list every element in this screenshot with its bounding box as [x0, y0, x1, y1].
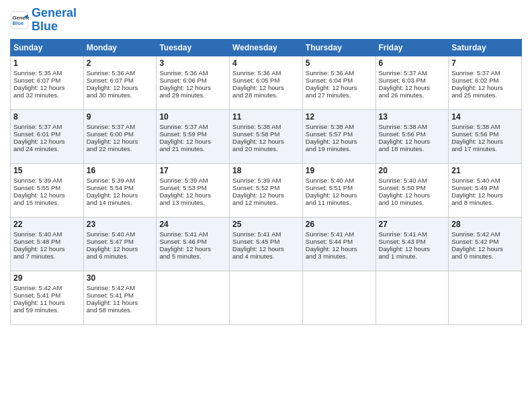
day-number: 11 — [232, 112, 300, 122]
day-info-line: and 6 minutes. — [87, 253, 154, 260]
day-info-line: Sunset: 5:54 PM — [87, 184, 154, 191]
day-info-line: Daylight: 12 hours — [232, 84, 300, 91]
day-number: 21 — [451, 166, 519, 175]
day-number: 28 — [451, 220, 519, 229]
calendar-cell — [230, 271, 303, 324]
day-info-line: and 1 minute. — [379, 253, 446, 260]
day-info-line: and 30 minutes. — [87, 91, 154, 99]
day-info-line: Daylight: 12 hours — [451, 138, 519, 145]
day-info-line: and 22 minutes. — [87, 145, 154, 152]
day-number: 9 — [87, 112, 154, 122]
day-info-line: and 21 minutes. — [159, 145, 226, 152]
calendar-cell — [449, 271, 522, 324]
day-info-line: Sunrise: 5:36 AM — [87, 69, 154, 77]
day-info-line: Daylight: 11 hours — [13, 299, 81, 306]
calendar-cell: 9Sunrise: 5:37 AMSunset: 6:00 PMDaylight… — [83, 109, 157, 163]
day-info-line: Daylight: 12 hours — [379, 191, 446, 199]
calendar-week-row: 29Sunrise: 5:42 AMSunset: 5:41 PMDayligh… — [11, 271, 522, 324]
day-info-line: and 8 minutes. — [451, 199, 519, 206]
day-info-line: and 19 minutes. — [306, 145, 373, 152]
calendar-cell: 29Sunrise: 5:42 AMSunset: 5:41 PMDayligh… — [11, 271, 84, 324]
day-info-line: Sunrise: 5:40 AM — [13, 230, 81, 238]
day-info-line: Daylight: 11 hours — [87, 299, 154, 306]
day-info-line: Daylight: 12 hours — [13, 191, 81, 199]
day-info-line: Sunrise: 5:37 AM — [451, 69, 519, 77]
day-info-line: and 14 minutes. — [87, 199, 154, 206]
day-info-line: Sunset: 5:57 PM — [306, 130, 373, 138]
day-info-line: Sunset: 5:46 PM — [159, 238, 226, 245]
day-info-line: Sunset: 6:07 PM — [87, 77, 154, 84]
calendar-table: SundayMondayTuesdayWednesdayThursdayFrid… — [10, 39, 522, 325]
day-info-line: Sunset: 5:52 PM — [232, 184, 300, 191]
day-number: 8 — [13, 112, 81, 122]
day-info-line: Sunset: 6:03 PM — [379, 77, 446, 84]
day-info-line: Daylight: 12 hours — [451, 191, 519, 199]
day-info-line: and 26 minutes. — [379, 91, 446, 99]
day-info-line: Daylight: 12 hours — [159, 138, 226, 145]
day-number: 7 — [451, 58, 519, 68]
day-info-line: Daylight: 12 hours — [159, 84, 226, 91]
day-info-line: and 24 minutes. — [13, 145, 81, 152]
day-info-line: Sunrise: 5:36 AM — [159, 69, 226, 77]
calendar-cell: 19Sunrise: 5:40 AMSunset: 5:51 PMDayligh… — [302, 163, 375, 217]
day-info-line: Daylight: 12 hours — [232, 138, 300, 145]
day-info-line: Sunset: 5:43 PM — [379, 238, 446, 245]
day-info-line: Sunrise: 5:38 AM — [451, 123, 519, 130]
day-info-line: Sunrise: 5:36 AM — [306, 69, 373, 77]
day-info-line: and 11 minutes. — [306, 199, 373, 206]
calendar-week-row: 1Sunrise: 5:35 AMSunset: 6:07 PMDaylight… — [11, 56, 522, 109]
header: General Blue GeneralBlue — [10, 7, 522, 34]
day-info-line: Sunrise: 5:37 AM — [87, 123, 154, 130]
day-info-line: Daylight: 12 hours — [306, 191, 373, 199]
day-number: 22 — [13, 220, 81, 229]
day-info-line: Daylight: 12 hours — [451, 84, 519, 91]
calendar-header-row: SundayMondayTuesdayWednesdayThursdayFrid… — [11, 39, 522, 56]
day-info-line: Sunrise: 5:38 AM — [379, 123, 446, 130]
day-number: 5 — [306, 58, 373, 68]
day-info-line: Sunset: 5:53 PM — [159, 184, 226, 191]
day-info-line: Sunrise: 5:42 AM — [13, 284, 81, 291]
day-number: 16 — [87, 166, 154, 175]
day-info-line: Daylight: 12 hours — [87, 138, 154, 145]
day-info-line: and 27 minutes. — [306, 91, 373, 99]
day-number: 26 — [306, 220, 373, 229]
calendar-cell: 27Sunrise: 5:41 AMSunset: 5:43 PMDayligh… — [375, 217, 449, 271]
day-info-line: Sunrise: 5:41 AM — [159, 230, 226, 238]
day-info-line: Sunset: 5:41 PM — [13, 291, 81, 299]
calendar-cell: 4Sunrise: 5:36 AMSunset: 6:05 PMDaylight… — [230, 56, 303, 109]
day-number: 13 — [379, 112, 446, 122]
day-info-line: Sunset: 5:41 PM — [87, 291, 154, 299]
day-info-line: and 29 minutes. — [159, 91, 226, 99]
day-info-line: Sunset: 5:49 PM — [451, 184, 519, 191]
weekday-header: Sunday — [11, 39, 84, 56]
weekday-header: Friday — [375, 39, 449, 56]
day-info-line: Daylight: 12 hours — [87, 245, 154, 253]
day-number: 4 — [232, 58, 300, 68]
calendar-cell: 24Sunrise: 5:41 AMSunset: 5:46 PMDayligh… — [157, 217, 230, 271]
day-info-line: Sunset: 5:47 PM — [87, 238, 154, 245]
calendar-cell: 16Sunrise: 5:39 AMSunset: 5:54 PMDayligh… — [83, 163, 157, 217]
calendar-cell: 2Sunrise: 5:36 AMSunset: 6:07 PMDaylight… — [83, 56, 157, 109]
calendar-cell: 1Sunrise: 5:35 AMSunset: 6:07 PMDaylight… — [11, 56, 84, 109]
day-info-line: Sunset: 6:04 PM — [306, 77, 373, 84]
calendar-week-row: 8Sunrise: 5:37 AMSunset: 6:01 PMDaylight… — [11, 109, 522, 163]
day-info-line: Daylight: 12 hours — [379, 138, 446, 145]
day-info-line: Daylight: 12 hours — [159, 245, 226, 253]
calendar-cell: 14Sunrise: 5:38 AMSunset: 5:56 PMDayligh… — [449, 109, 522, 163]
day-info-line: and 4 minutes. — [232, 253, 300, 260]
calendar-cell: 12Sunrise: 5:38 AMSunset: 5:57 PMDayligh… — [302, 109, 375, 163]
day-info-line: Sunrise: 5:40 AM — [451, 177, 519, 184]
calendar-cell: 3Sunrise: 5:36 AMSunset: 6:06 PMDaylight… — [157, 56, 230, 109]
day-info-line: and 17 minutes. — [451, 145, 519, 152]
day-info-line: Daylight: 12 hours — [306, 245, 373, 253]
day-info-line: and 58 minutes. — [87, 306, 154, 314]
svg-text:Blue: Blue — [13, 20, 24, 26]
weekday-header: Saturday — [449, 39, 522, 56]
day-info-line: Sunrise: 5:36 AM — [232, 69, 300, 77]
day-info-line: Sunrise: 5:39 AM — [232, 177, 300, 184]
calendar-week-row: 15Sunrise: 5:39 AMSunset: 5:55 PMDayligh… — [11, 163, 522, 217]
calendar-cell: 23Sunrise: 5:40 AMSunset: 5:47 PMDayligh… — [83, 217, 157, 271]
calendar-cell: 26Sunrise: 5:41 AMSunset: 5:44 PMDayligh… — [302, 217, 375, 271]
day-info-line: Sunrise: 5:37 AM — [379, 69, 446, 77]
day-info-line: Daylight: 12 hours — [13, 138, 81, 145]
